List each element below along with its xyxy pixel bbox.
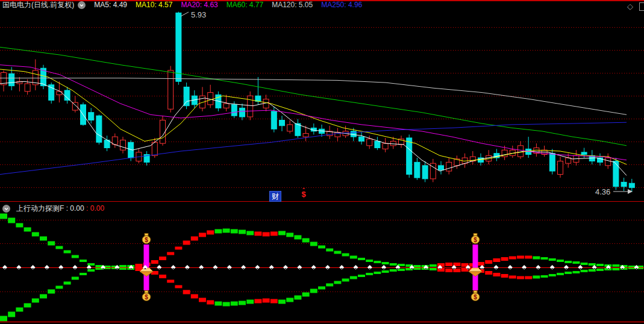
indicator-block-upper — [231, 229, 238, 234]
indicator-block-upper — [430, 264, 437, 267]
price-and-indicator-canvas[interactable]: 5.934.36$$$$ — [0, 0, 644, 324]
indicator-block-lower — [214, 302, 222, 306]
indicator-block-upper — [549, 258, 556, 261]
indicator-block-lower — [358, 275, 365, 277]
indicator-block-upper — [310, 242, 317, 246]
indicator-block-upper — [72, 255, 79, 258]
candle-down — [414, 162, 420, 178]
indicator-block-upper — [485, 260, 492, 264]
indicator-block-upper — [239, 230, 246, 234]
candle-down — [184, 87, 189, 105]
indicator-block-upper — [572, 261, 580, 264]
indicator-block-upper — [64, 251, 71, 254]
indicator-block-upper — [318, 246, 325, 249]
indicator-block-lower — [612, 268, 619, 270]
indicator-block-upper — [445, 263, 452, 266]
indicator-block-lower — [159, 275, 166, 278]
indicator-block-lower — [239, 301, 246, 305]
candle-up — [224, 104, 229, 108]
indicator-block-lower — [24, 304, 31, 308]
indicator-block-upper — [493, 258, 500, 262]
indicator-block-lower — [223, 302, 230, 307]
money-news-icon[interactable]: ˆ$ — [299, 188, 308, 201]
candle-down — [280, 120, 285, 126]
candle-up — [25, 84, 30, 92]
chevron-down-icon[interactable] — [78, 1, 86, 9]
indicator-block-upper — [246, 231, 254, 235]
indicator-block-lower — [581, 270, 588, 272]
indicator-block-upper — [254, 232, 261, 236]
candle-down — [64, 90, 70, 101]
window-corner-icons: ◇ — [627, 2, 644, 11]
indicator-block-lower — [382, 270, 389, 273]
indicator-block-lower — [270, 299, 278, 304]
bracket-icon[interactable] — [639, 2, 644, 11]
candle-up — [605, 158, 611, 166]
indicator-block-upper — [541, 257, 548, 260]
indicator-block-upper — [191, 237, 198, 241]
indicator-block-lower — [254, 299, 261, 304]
candle-up — [152, 142, 157, 155]
indicator-block-upper — [48, 241, 55, 246]
indicator-block-lower — [294, 296, 301, 300]
indicator-block-lower — [564, 272, 572, 274]
gem-icon — [140, 272, 153, 276]
ma20-label: MA20: 4.63 — [181, 1, 217, 9]
indicator-block-lower — [167, 280, 174, 283]
indicator-block-upper — [151, 260, 158, 264]
indicator-block-upper — [596, 264, 604, 266]
indicator-block-upper — [8, 218, 15, 223]
indicator-block-lower — [0, 316, 7, 322]
indicator-block-upper — [32, 232, 39, 237]
indicator-block-upper — [167, 252, 174, 255]
ma120-label: MA120: 5.05 — [272, 1, 313, 9]
ma250-label: MA250: 4.96 — [321, 1, 362, 9]
candle-up — [518, 146, 524, 157]
indicator-block-lower — [64, 282, 71, 285]
diamond-icon[interactable]: ◇ — [627, 2, 633, 11]
candle-down — [613, 161, 619, 187]
indicator-block-upper — [525, 256, 532, 259]
indicator-block-upper — [183, 241, 190, 245]
candle-up — [558, 161, 563, 175]
indicator-block-upper — [207, 231, 214, 235]
candle-down — [375, 141, 380, 148]
candle-down — [629, 183, 634, 187]
indicator-block-upper — [0, 214, 7, 219]
indicator-block-upper — [270, 232, 278, 236]
indicator-block-upper — [135, 264, 142, 267]
indicator-block-lower — [183, 290, 190, 294]
indicator-block-upper — [342, 254, 349, 257]
candle-up — [335, 132, 340, 137]
indicator-block-upper — [326, 249, 333, 252]
indicator-block-upper — [278, 231, 286, 235]
ma60-label: MA60: 4.77 — [227, 1, 263, 9]
svg-text:$: $ — [145, 294, 148, 301]
gem-icon — [469, 272, 482, 276]
indicator-block-lower — [191, 294, 198, 299]
candle-up — [120, 140, 126, 151]
indicator-block-lower — [557, 273, 564, 275]
indicator-block-lower — [509, 276, 516, 279]
money-symbol-glyph: $ — [301, 190, 305, 199]
indicator-block-upper — [294, 235, 301, 240]
indicator-block-lower — [286, 298, 293, 302]
signal-bar — [473, 245, 478, 290]
indicator-block-lower — [485, 271, 492, 275]
ma5-label: MA5: 4.49 — [94, 1, 127, 9]
candle-down — [240, 108, 245, 117]
indicator-block-lower — [596, 269, 604, 271]
indicator-sep2: : — [84, 204, 90, 213]
indicator-block-upper — [263, 232, 270, 237]
indicator-block-upper — [334, 251, 341, 254]
indicator-block-upper — [87, 263, 95, 266]
finance-news-badge[interactable]: 财 — [269, 191, 281, 202]
candle-up — [160, 120, 166, 144]
indicator-block-lower — [32, 299, 39, 303]
indicator-block-lower — [310, 289, 317, 293]
stock-chart-app: 5.934.36$$$$ 国电电力(日线.前复权) MA5: 4.49 MA10… — [0, 0, 644, 324]
candle-down — [255, 96, 261, 101]
chevron-down-icon[interactable] — [2, 205, 10, 213]
candle-down — [89, 113, 94, 120]
indicator-block-upper — [16, 223, 23, 228]
